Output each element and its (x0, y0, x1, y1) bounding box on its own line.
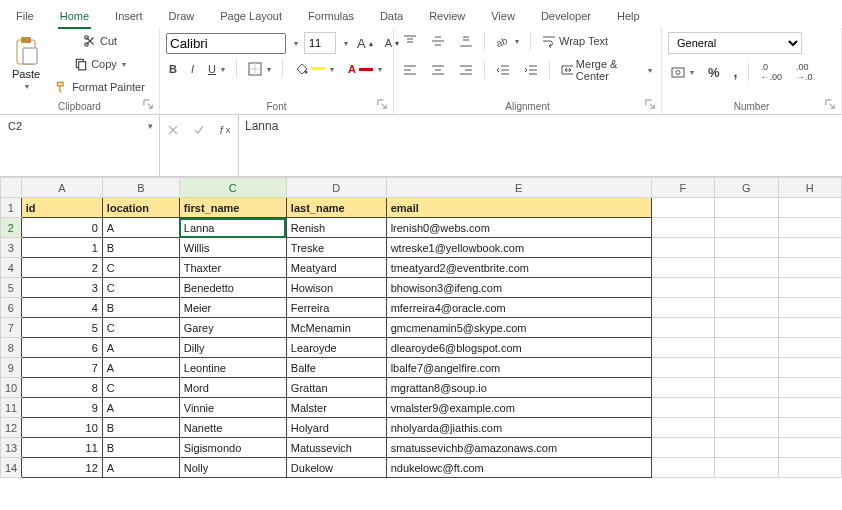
cell[interactable] (651, 438, 714, 458)
row-header[interactable]: 9 (1, 358, 22, 378)
cell[interactable] (651, 218, 714, 238)
cell[interactable]: B (102, 438, 179, 458)
cell[interactable] (715, 238, 778, 258)
cell[interactable]: 3 (21, 278, 102, 298)
cell[interactable]: McMenamin (286, 318, 386, 338)
cell[interactable]: C (102, 378, 179, 398)
cell[interactable] (778, 378, 841, 398)
cell[interactable]: 5 (21, 318, 102, 338)
cell[interactable] (778, 298, 841, 318)
insert-function-button[interactable]: fx (212, 119, 238, 141)
align-center-button[interactable] (428, 61, 448, 79)
font-name-input[interactable] (166, 33, 286, 54)
cell[interactable]: Renish (286, 218, 386, 238)
cell[interactable] (778, 278, 841, 298)
cell[interactable]: Nolly (179, 458, 286, 478)
underline-button[interactable]: U▾ (205, 61, 228, 77)
cell[interactable]: email (386, 198, 651, 218)
cell[interactable] (651, 338, 714, 358)
cell[interactable]: Sigismondo (179, 438, 286, 458)
borders-button[interactable]: ▾ (245, 60, 274, 78)
increase-font-button[interactable]: A▴ (354, 34, 376, 53)
confirm-formula-button[interactable] (186, 119, 212, 141)
row-header[interactable]: 12 (1, 418, 22, 438)
row-header[interactable]: 3 (1, 238, 22, 258)
font-size-input[interactable] (304, 32, 336, 54)
cell[interactable]: Thaxter (179, 258, 286, 278)
cell[interactable] (715, 378, 778, 398)
copy-button[interactable]: Copy ▾ (52, 55, 148, 73)
cell[interactable]: nholyarda@jiathis.com (386, 418, 651, 438)
cell[interactable] (715, 298, 778, 318)
paste-button[interactable]: Paste ▾ (6, 32, 46, 95)
cell[interactable]: mferreira4@oracle.com (386, 298, 651, 318)
increase-indent-button[interactable] (521, 61, 541, 79)
cell[interactable] (651, 398, 714, 418)
cell[interactable]: Meier (179, 298, 286, 318)
column-header[interactable]: B (102, 178, 179, 198)
cell[interactable]: Dilly (179, 338, 286, 358)
spreadsheet-grid[interactable]: ABCDEFGH1idlocationfirst_namelast_nameem… (0, 177, 842, 478)
chevron-down-icon[interactable]: ▾ (344, 39, 348, 48)
cell[interactable] (715, 258, 778, 278)
tab-page-layout[interactable]: Page Layout (208, 4, 294, 28)
cell[interactable]: A (102, 398, 179, 418)
cell[interactable]: gmcmenamin5@skype.com (386, 318, 651, 338)
cell[interactable]: Malster (286, 398, 386, 418)
cell[interactable] (715, 338, 778, 358)
dialog-launcher-alignment[interactable] (645, 99, 657, 111)
row-header[interactable]: 2 (1, 218, 22, 238)
cell[interactable]: 2 (21, 258, 102, 278)
chevron-down-icon[interactable]: ▾ (294, 39, 298, 48)
dialog-launcher-clipboard[interactable] (143, 99, 155, 111)
fill-color-button[interactable]: ▾ (291, 60, 337, 78)
cell[interactable]: Howison (286, 278, 386, 298)
wrap-text-button[interactable]: Wrap Text (539, 32, 611, 50)
cell[interactable]: ndukelowc@ft.com (386, 458, 651, 478)
cell[interactable]: Dukelow (286, 458, 386, 478)
column-header[interactable]: F (651, 178, 714, 198)
cell[interactable] (778, 198, 841, 218)
cell[interactable]: vmalster9@example.com (386, 398, 651, 418)
cell[interactable]: 9 (21, 398, 102, 418)
cell[interactable] (778, 358, 841, 378)
cell[interactable] (778, 418, 841, 438)
cell[interactable] (651, 258, 714, 278)
cell[interactable] (651, 238, 714, 258)
name-box-input[interactable] (6, 119, 144, 133)
row-header[interactable]: 10 (1, 378, 22, 398)
cell[interactable]: Holyard (286, 418, 386, 438)
cell[interactable]: id (21, 198, 102, 218)
formula-input[interactable]: Lanna (239, 115, 842, 176)
tab-developer[interactable]: Developer (529, 4, 603, 28)
cell[interactable] (715, 198, 778, 218)
cell[interactable]: mgrattan8@soup.io (386, 378, 651, 398)
column-header[interactable]: A (21, 178, 102, 198)
row-header[interactable]: 13 (1, 438, 22, 458)
decrease-decimal-button[interactable]: .00→.0 (793, 60, 816, 84)
cell[interactable] (651, 278, 714, 298)
cell[interactable] (715, 418, 778, 438)
cell[interactable]: smatussevichb@amazonaws.com (386, 438, 651, 458)
cell[interactable]: Matussevich (286, 438, 386, 458)
tab-view[interactable]: View (479, 4, 527, 28)
cell[interactable]: last_name (286, 198, 386, 218)
dialog-launcher-number[interactable] (825, 99, 837, 111)
cell[interactable]: 11 (21, 438, 102, 458)
cell[interactable] (651, 378, 714, 398)
column-header[interactable]: D (286, 178, 386, 198)
decrease-indent-button[interactable] (493, 61, 513, 79)
merge-center-button[interactable]: Merge & Center ▾ (558, 56, 655, 84)
cell[interactable]: A (102, 338, 179, 358)
row-header[interactable]: 8 (1, 338, 22, 358)
tab-file[interactable]: File (4, 4, 46, 28)
cut-button[interactable]: Cut (52, 32, 148, 50)
cell[interactable] (715, 218, 778, 238)
cell[interactable] (715, 318, 778, 338)
font-color-button[interactable]: A ▾ (345, 61, 385, 77)
cell[interactable]: A (102, 458, 179, 478)
cancel-formula-button[interactable] (160, 119, 186, 141)
cell[interactable]: Grattan (286, 378, 386, 398)
row-header[interactable]: 7 (1, 318, 22, 338)
bold-button[interactable]: B (166, 61, 180, 77)
